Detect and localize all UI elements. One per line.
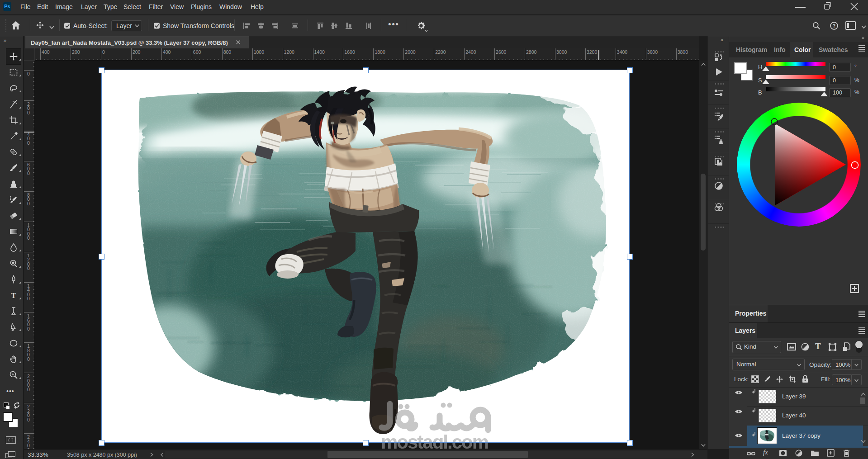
svg-text:T: T <box>11 291 16 300</box>
svg-text:mostaql.com: mostaql.com <box>381 431 488 449</box>
svg-text:?: ? <box>833 24 835 28</box>
